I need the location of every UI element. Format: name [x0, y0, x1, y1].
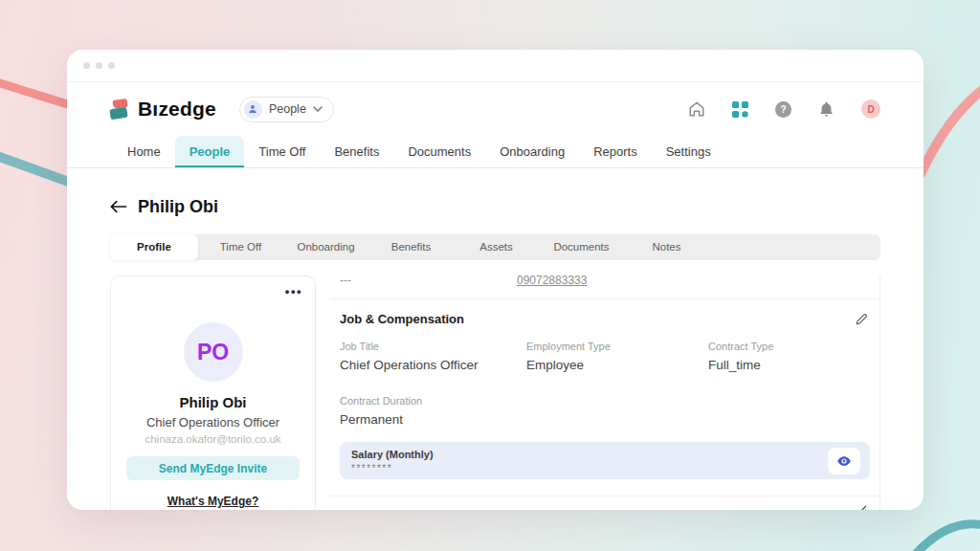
salary-label: Salary (Monthly) — [351, 449, 858, 460]
apps-grid-icon[interactable] — [732, 101, 748, 118]
window-titlebar — [67, 50, 924, 82]
salary-masked-value: ******** — [351, 463, 858, 474]
tab-assets[interactable]: Assets — [454, 234, 539, 260]
field-label: Contract Duration — [340, 395, 526, 407]
field-label: Job Title — [340, 341, 526, 352]
profile-content: ••• PO Philip Obi Chief Operations Offic… — [110, 276, 880, 510]
nav-item-reports[interactable]: Reports — [579, 136, 652, 167]
page-title-row: Philip Obi — [67, 168, 924, 218]
traffic-light-dot — [83, 62, 90, 69]
nav-item-settings[interactable]: Settings — [652, 136, 725, 167]
chevron-down-icon — [313, 106, 323, 112]
logo-text: Bızedge — [138, 98, 216, 121]
home-icon[interactable] — [688, 100, 705, 118]
employee-initials-avatar: PO — [184, 322, 243, 382]
employee-details-panel: --- 09072883333 Job & Compensation Job T… — [330, 276, 880, 510]
job-fields: Job Title Chief Operations Officer Emplo… — [340, 341, 870, 427]
clipped-edit-pencil-icon[interactable] — [858, 502, 866, 510]
clipped-value: --- — [340, 274, 351, 287]
field-value: Permanent — [340, 412, 526, 427]
send-myedge-invite-button[interactable]: Send MyEdge Invite — [126, 456, 300, 480]
app-header: Bızedge People ? D — [67, 82, 924, 136]
divider — [330, 496, 880, 496]
traffic-light-dot — [108, 62, 115, 69]
field-contract-type: Contract Type Full_time — [708, 341, 870, 372]
nav-item-documents[interactable]: Documents — [393, 136, 485, 167]
reveal-salary-eye-icon[interactable] — [828, 448, 860, 474]
field-value: Employee — [526, 358, 708, 372]
bizedge-logo: Bızedge — [110, 98, 216, 121]
nav-item-onboarding[interactable]: Onboarding — [485, 136, 579, 167]
tab-profile[interactable]: Profile — [110, 234, 198, 260]
tab-documents[interactable]: Documents — [539, 234, 624, 260]
nav-item-home[interactable]: Home — [113, 136, 175, 167]
profile-sub-tabs: Profile Time Off Onboarding Benefits Ass… — [110, 234, 880, 260]
module-switcher-label: People — [269, 102, 306, 116]
field-value: Chief Operations Officer — [340, 358, 526, 372]
field-value: Full_time — [708, 358, 870, 372]
salary-row: Salary (Monthly) ******** — [340, 442, 870, 479]
tab-benefits[interactable]: Benefits — [368, 234, 454, 260]
module-switcher[interactable]: People — [239, 97, 334, 122]
notifications-bell-icon[interactable] — [818, 101, 835, 118]
employee-email: chinaza.okafor@torilo.co.uk — [111, 433, 315, 445]
back-arrow-icon[interactable] — [110, 200, 127, 213]
tab-onboarding[interactable]: Onboarding — [283, 234, 368, 260]
header-icons: ? D — [688, 99, 880, 119]
nav-item-people[interactable]: People — [175, 136, 245, 167]
tab-time-off[interactable]: Time Off — [198, 234, 283, 260]
employee-role: Chief Operations Officer — [111, 415, 315, 430]
bizedge-logo-icon — [110, 99, 130, 121]
employee-summary-card: ••• PO Philip Obi Chief Operations Offic… — [110, 276, 316, 510]
person-icon — [244, 100, 262, 119]
field-label: Employment Type — [526, 341, 708, 352]
edit-pencil-icon[interactable] — [855, 313, 868, 326]
phone-number-link[interactable]: 09072883333 — [517, 274, 587, 287]
main-nav: Home People Time Off Benefits Documents … — [67, 136, 924, 168]
app-window: Bızedge People ? D Home People Time — [67, 50, 924, 510]
field-contract-duration: Contract Duration Permanent — [340, 395, 526, 427]
field-employment-type: Employment Type Employee — [526, 341, 708, 372]
divider — [330, 298, 880, 299]
employee-name: Philip Obi — [111, 394, 315, 410]
page-title: Philip Obi — [138, 197, 218, 217]
user-avatar[interactable]: D — [861, 99, 880, 119]
tab-notes[interactable]: Notes — [624, 234, 709, 260]
help-icon[interactable]: ? — [775, 101, 791, 118]
job-compensation-header: Job & Compensation — [340, 312, 868, 326]
field-label: Contract Type — [708, 341, 870, 352]
field-job-title: Job Title Chief Operations Officer — [340, 341, 526, 372]
nav-item-benefits[interactable]: Benefits — [320, 136, 393, 167]
nav-item-time-off[interactable]: Time Off — [244, 136, 320, 167]
section-title: Job & Compensation — [340, 312, 464, 326]
traffic-light-dot — [96, 62, 102, 69]
more-options-icon[interactable]: ••• — [285, 284, 302, 298]
clipped-contact-row: --- 09072883333 — [330, 276, 880, 289]
whats-myedge-link[interactable]: What's MyEdge? — [111, 495, 315, 508]
